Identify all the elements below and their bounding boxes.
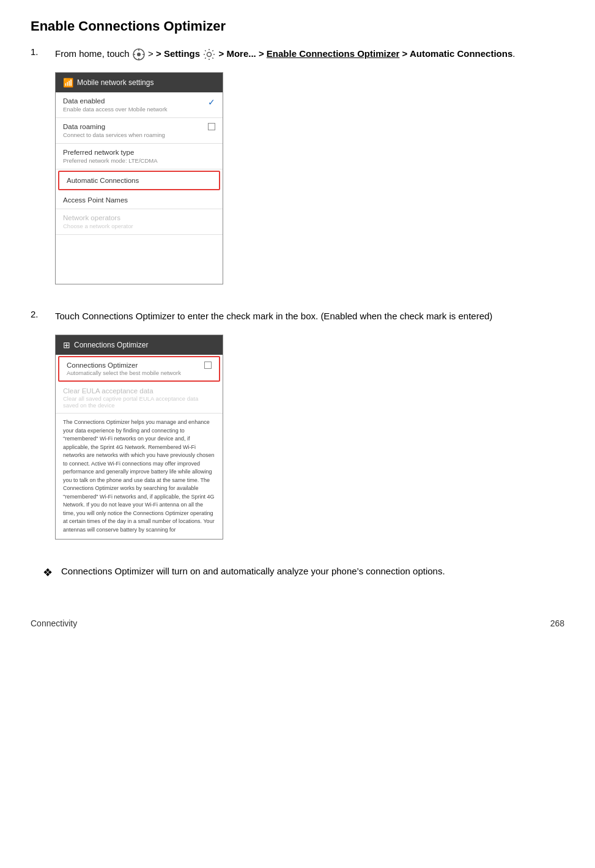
- connections-optimizer-icon: ⊞: [63, 340, 70, 350]
- bullet-item: ❖ Connections Optimizer will turn on and…: [43, 564, 564, 582]
- phone-screen-1-header: 📶 Mobile network settings: [56, 73, 223, 92]
- svg-point-6: [207, 53, 212, 57]
- mobile-network-item-preferred: Preferred network type Preferred network…: [56, 144, 223, 169]
- checkmark-icon: ✓: [208, 97, 215, 107]
- connections-header: ⊞ Connections Optimizer: [56, 335, 223, 355]
- phone-network-icon: 📶: [63, 78, 73, 87]
- automatic-connections-title: Automatic Connections: [67, 177, 212, 184]
- mobile-network-item-apn: Access Point Names: [56, 191, 223, 209]
- mobile-network-item-network-operators: Network operators Choose a network opera…: [56, 209, 223, 235]
- step-2: 2. Touch Connections Optimizer to enter …: [31, 309, 564, 552]
- home-icon: [133, 48, 145, 61]
- step-1-content: From home, touch > > Settings > More... …: [55, 46, 564, 297]
- footer: Connectivity 268: [31, 618, 564, 628]
- step-1: 1. From home, touch > > Settings > More.…: [31, 46, 564, 297]
- svg-point-1: [137, 53, 141, 56]
- connections-body-text: The Connections Optimizer helps you mana…: [56, 414, 223, 539]
- step-2-content: Touch Connections Optimizer to enter the…: [55, 309, 564, 552]
- step-1-text: From home, touch > > Settings > More... …: [55, 46, 564, 61]
- phone-screen-1: 📶 Mobile network settings ✓ Data enabled…: [55, 72, 223, 284]
- footer-right: 268: [550, 618, 564, 628]
- clear-eula-item: Clear EULA acceptance data Clear all sav…: [56, 383, 223, 414]
- mobile-network-item-data-roaming: Data roaming Connect to data services wh…: [56, 118, 223, 144]
- data-enabled-subtitle: Enable data access over Mobile network: [63, 106, 215, 113]
- step-2-number: 2.: [31, 309, 55, 552]
- clear-eula-title: Clear EULA acceptance data: [63, 387, 215, 395]
- checkbox-empty-icon: [208, 123, 215, 130]
- network-operators-subtitle: Choose a network operator: [63, 223, 215, 229]
- step-1-number: 1.: [31, 46, 55, 297]
- settings-gear-icon: [203, 48, 215, 61]
- phone-screen-1-header-title: Mobile network settings: [77, 78, 153, 87]
- preferred-network-subtitle: Preferred network mode: LTE/CDMA: [63, 157, 215, 164]
- step-1-text-middle1: > > Settings: [148, 48, 202, 59]
- empty-space-1: [56, 235, 223, 284]
- step-2-text: Touch Connections Optimizer to enter the…: [55, 309, 564, 324]
- apn-title: Access Point Names: [63, 196, 215, 204]
- mobile-network-item-automatic-connections[interactable]: Automatic Connections: [58, 171, 220, 190]
- bullet-text: Connections Optimizer will turn on and a…: [61, 564, 445, 582]
- connections-optimizer-checkbox: [204, 362, 212, 369]
- data-roaming-subtitle: Connect to data services when roaming: [63, 132, 215, 138]
- screenshot-2-container: ⊞ Connections Optimizer Connections Opti…: [55, 335, 564, 540]
- data-roaming-title: Data roaming: [63, 123, 215, 130]
- network-operators-title: Network operators: [63, 214, 215, 221]
- connections-header-title: Connections Optimizer: [74, 341, 148, 349]
- step-1-text-before: From home, touch: [55, 48, 130, 59]
- data-enabled-title: Data enabled: [63, 97, 215, 105]
- footer-left: Connectivity: [31, 618, 77, 628]
- connections-optimizer-title: Connections Optimizer: [67, 362, 212, 369]
- clear-eula-subtitle: Clear all saved captive portal EULA acce…: [63, 395, 215, 409]
- preferred-network-title: Preferred network type: [63, 149, 215, 156]
- bullet-symbol: ❖: [43, 564, 61, 582]
- step-1-text-middle2: > More... > Enable Connections Optimizer…: [218, 48, 515, 59]
- phone-screen-2: ⊞ Connections Optimizer Connections Opti…: [55, 335, 223, 540]
- connections-optimizer-subtitle: Automatically select the best mobile net…: [67, 369, 212, 376]
- page-title: Enable Connections Optimizer: [31, 18, 564, 34]
- screenshot-1-container: 📶 Mobile network settings ✓ Data enabled…: [55, 72, 564, 284]
- mobile-network-item-data-enabled: ✓ Data enabled Enable data access over M…: [56, 92, 223, 118]
- connections-optimizer-item[interactable]: Connections Optimizer Automatically sele…: [58, 356, 220, 382]
